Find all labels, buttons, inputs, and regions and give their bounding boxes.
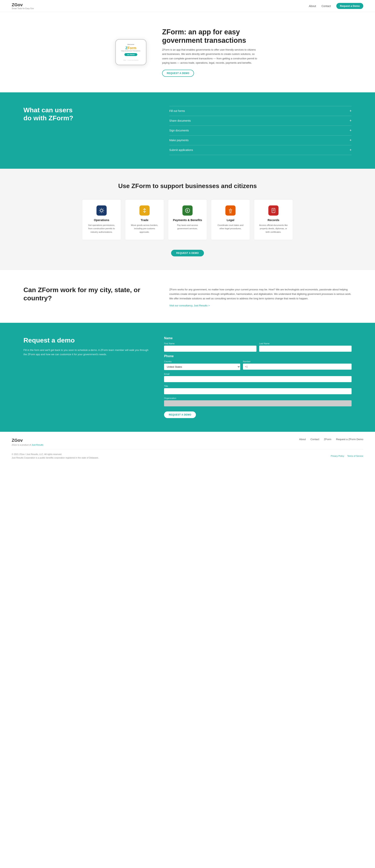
can-left: Can ZForm work for my city, state, or co…: [24, 286, 154, 302]
form-name-label: Name: [164, 337, 351, 340]
accordion-item-payments[interactable]: Make payments +: [169, 135, 351, 145]
footer: ZGov ZGov is a product of Just Results A…: [0, 432, 375, 466]
footer-link-contact[interactable]: Contact: [310, 438, 319, 441]
support-title: Use ZForm to support businesses and citi…: [24, 182, 351, 190]
card-records-desc: Access official documents like property …: [258, 224, 289, 234]
svg-point-0: [100, 209, 103, 212]
form-country-group: Country United States Canada Mexico Unit…: [164, 360, 240, 370]
phone-number-input[interactable]: [243, 364, 351, 370]
title-label: Title: [164, 385, 351, 387]
accordion-item-fill-forms[interactable]: Fill out forms +: [169, 106, 351, 116]
hero-text: ZForm: an app for easy government transa…: [162, 28, 260, 77]
payments-icon: $: [182, 206, 193, 216]
footer-tagline-text: ZGov is a product of: [12, 444, 32, 446]
records-icon: [268, 206, 279, 216]
footer-privacy[interactable]: Privacy Policy: [331, 455, 344, 457]
footer-link-demo[interactable]: Request a ZForm Demo: [336, 438, 363, 441]
svg-text:$: $: [187, 209, 188, 212]
accordion-label-4: Submit applications: [169, 148, 193, 152]
accordion-plus-2: +: [349, 128, 351, 132]
accordion-label-2: Sign documents: [169, 129, 189, 132]
org-label: Organization: [164, 397, 351, 399]
first-name-input[interactable]: [164, 346, 256, 352]
form-org-group: Organization: [164, 397, 351, 406]
country-label: Country: [164, 360, 240, 363]
email-input[interactable]: [164, 376, 351, 382]
phone-get-started: Get Started: [124, 53, 137, 56]
nav-demo-button[interactable]: Request a Demo: [336, 3, 363, 9]
accordion-plus-3: +: [349, 138, 351, 142]
card-legal: Legal Coordinate court dates and other l…: [211, 199, 250, 240]
cards-row: Operations Get operations permissions, f…: [24, 199, 351, 240]
card-ops-desc: Get operations permissions, from constru…: [86, 224, 117, 234]
logo-title: ZGov: [12, 2, 34, 7]
accordion-plus-1: +: [349, 119, 351, 123]
card-records: Records Access official documents like p…: [254, 199, 293, 240]
can-description: ZForm works for any government, no matte…: [169, 287, 351, 301]
phone-tagline: Easy Government Transactions: [121, 50, 140, 52]
footer-top: ZGov ZGov is a product of Just Results A…: [12, 438, 363, 446]
form-phone-label: Phone: [164, 354, 351, 358]
phone-mockup: Welcome! ZForm Easy Government Transacti…: [115, 39, 147, 65]
hero-cta-button[interactable]: REQUEST A DEMO: [162, 70, 194, 77]
demo-left: Request a demo Fill in the form and we'l…: [24, 337, 149, 356]
org-input[interactable]: [164, 400, 351, 406]
what-heading: What can users do with ZForm?: [24, 106, 154, 122]
accordion-item-submit-apps[interactable]: Submit applications +: [169, 145, 351, 155]
footer-nav-links: About Contact ZForm Request a ZForm Demo: [299, 438, 363, 441]
footer-link-about[interactable]: About: [299, 438, 306, 441]
support-cta-button[interactable]: REQUEST A DEMO: [171, 250, 204, 256]
footer-copyright-line2: Just Results Corporation is a public ben…: [12, 456, 99, 460]
accordion-label-3: Make payments: [169, 138, 189, 142]
demo-title: Request a demo: [24, 337, 149, 344]
card-operations: Operations Get operations permissions, f…: [82, 199, 121, 240]
hero-title: ZForm: an app for easy government transa…: [162, 28, 260, 44]
last-name-input[interactable]: [259, 346, 351, 352]
email-label: Email: [164, 373, 351, 375]
what-section: What can users do with ZForm? Fill out f…: [0, 92, 375, 169]
card-payments-title: Payments & Benefits: [172, 218, 203, 222]
logo-subtitle: Smart Tools for Easy Gov: [12, 7, 34, 9]
card-records-title: Records: [258, 218, 289, 222]
form-submit-button[interactable]: REQUEST A DEMO: [164, 411, 196, 418]
title-input[interactable]: [164, 388, 351, 394]
form-email-group: Email: [164, 373, 351, 382]
accordion-item-sign-docs[interactable]: Sign documents +: [169, 126, 351, 135]
accordion-item-share-docs[interactable]: Share documents +: [169, 116, 351, 126]
card-trade-title: Trade: [129, 218, 160, 222]
card-legal-title: Legal: [215, 218, 246, 222]
nav-link-about[interactable]: About: [309, 4, 316, 8]
card-payments: $ Payments & Benefits Pay taxes and acce…: [168, 199, 207, 240]
accordion-label-0: Fill out forms: [169, 110, 185, 113]
hero-section: Welcome! ZForm Easy Government Transacti…: [0, 12, 375, 92]
accordion-plus-4: +: [349, 148, 351, 152]
can-link[interactable]: Visit our consultancy, Just Results >: [169, 304, 210, 307]
logo: ZGov Smart Tools for Easy Gov: [12, 2, 34, 9]
footer-copyright-line1: © 2021 ZGov / Just Results, LLC. All rig…: [12, 453, 99, 456]
phone-logo-z: Z: [125, 46, 128, 50]
country-select[interactable]: United States Canada Mexico United Kingd…: [164, 364, 240, 370]
ops-icon: [96, 206, 107, 216]
footer-tagline-link[interactable]: Just Results: [32, 444, 43, 446]
footer-copyright: © 2021 ZGov / Just Results, LLC. All rig…: [12, 453, 99, 460]
phone-welcome: Welcome!: [127, 43, 134, 45]
footer-logo: ZGov: [12, 438, 43, 443]
what-right: Fill out forms + Share documents + Sign …: [169, 106, 351, 155]
support-cta-wrap: REQUEST A DEMO: [24, 250, 351, 256]
what-left: What can users do with ZForm?: [24, 106, 154, 122]
card-trade-desc: Move goods across borders, including pre…: [129, 224, 160, 234]
hero-description: ZForm is an app that enables governments…: [162, 48, 260, 65]
nav-links: About Contact Request a Demo: [309, 3, 363, 9]
footer-terms[interactable]: Terms of Service: [347, 455, 363, 457]
demo-description: Fill in the form and we'll get back to y…: [24, 348, 149, 356]
footer-link-zform[interactable]: ZForm: [324, 438, 331, 441]
can-title: Can ZForm work for my city, state, or co…: [24, 286, 154, 302]
accordion-plus-0: +: [349, 109, 351, 113]
demo-form-section: Request a demo Fill in the form and we'l…: [0, 323, 375, 432]
phone-logo-form: Form: [128, 46, 136, 50]
last-name-label: Last Name: [259, 342, 351, 345]
trade-icon: [139, 206, 150, 216]
form-title-group: Title: [164, 385, 351, 394]
demo-form: Name First Name Last Name Phone Country …: [164, 337, 351, 418]
nav-link-contact[interactable]: Contact: [321, 4, 331, 8]
